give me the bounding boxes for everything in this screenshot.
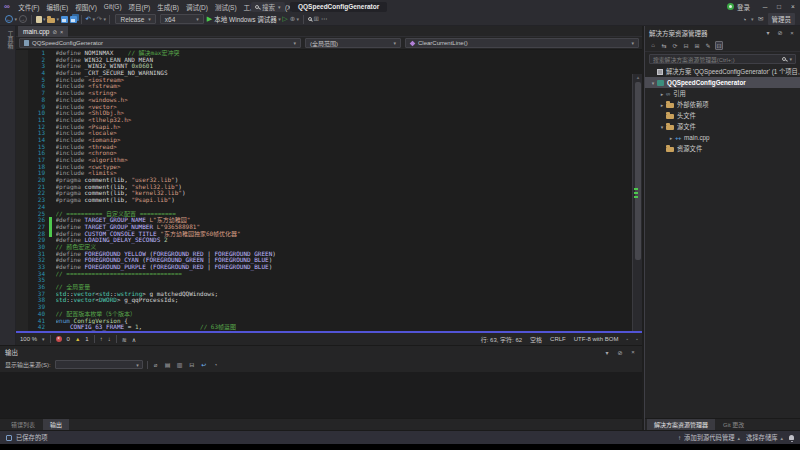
refresh-icon[interactable]: ⟳: [671, 41, 679, 50]
collapse-all-icon[interactable]: ⊟: [682, 41, 690, 50]
next-issue-icon[interactable]: ↓: [108, 336, 111, 342]
line-ending[interactable]: CRLF: [550, 336, 566, 342]
warning-icon[interactable]: ▲: [75, 336, 80, 342]
project-dropdown[interactable]: QQSpeedConfigGenerator ▾: [19, 38, 301, 48]
tree-item-folder[interactable]: 资源文件: [645, 143, 800, 154]
tree-item-folder[interactable]: ▾源文件: [645, 121, 800, 132]
pin-icon[interactable]: ⊘: [776, 28, 784, 37]
menu-item[interactable]: 调试(D): [182, 2, 211, 12]
window-layout-icon[interactable]: ⊞: [314, 14, 319, 24]
goto-message-icon[interactable]: ▥: [176, 360, 184, 369]
editor-scrollbar[interactable]: ▴ ▾: [632, 74, 642, 331]
word-wrap-icon[interactable]: ↩: [200, 360, 208, 369]
close-tab-icon[interactable]: ×: [60, 29, 63, 35]
scroll-up-icon[interactable]: ▴: [633, 74, 642, 80]
scrollbar-thumb[interactable]: [635, 82, 641, 260]
menu-item[interactable]: 测试(S): [211, 2, 240, 12]
properties-icon[interactable]: ✎: [704, 41, 712, 50]
output-content[interactable]: [0, 372, 642, 419]
code-editor[interactable]: 1#define NOMINMAX // 解决max宏冲突2#define WI…: [16, 50, 642, 331]
notifications-bell-icon[interactable]: [789, 435, 794, 440]
solution-configuration-dropdown[interactable]: Release ▾: [115, 14, 155, 24]
bottom-panel-tab[interactable]: 错误列表: [4, 419, 42, 430]
attach-to-process-icon[interactable]: ⊕: [290, 14, 295, 24]
zoom-dropdown[interactable]: 100 %: [20, 336, 37, 342]
tree-item-cpp[interactable]: ▸++main.cpp: [645, 132, 800, 143]
tree-item-references[interactable]: ▸∞引用: [645, 88, 800, 99]
status-extra-icon[interactable]: ▪: [626, 336, 628, 342]
start-debugging-icon[interactable]: ▶: [207, 14, 212, 24]
messages-icon[interactable]: ▤: [164, 360, 172, 369]
new-file-icon[interactable]: [36, 14, 42, 24]
chevron-right-icon[interactable]: ▸: [658, 102, 666, 108]
minimize-button[interactable]: ─: [758, 0, 772, 13]
collapse-icon[interactable]: ⊟: [188, 360, 196, 369]
show-all-files-icon[interactable]: ⊞: [693, 41, 701, 50]
close-icon[interactable]: ×: [629, 348, 637, 357]
right-panel-tab[interactable]: 解决方案资源管理器: [647, 419, 715, 430]
pin-icon[interactable]: ⊘: [52, 29, 57, 35]
bottom-panel-tab[interactable]: 输出: [43, 419, 69, 430]
error-count[interactable]: 0: [67, 336, 70, 342]
document-tab-main-cpp[interactable]: main.cpp ⊘ ×: [18, 26, 68, 37]
pin-icon[interactable]: ⊘: [616, 348, 624, 357]
chevron-right-icon[interactable]: ▸: [658, 91, 666, 97]
start-without-debugging-icon[interactable]: ▷: [282, 14, 287, 24]
scope-dropdown[interactable]: (全局范围) ▾: [305, 38, 401, 48]
debug-target-label[interactable]: 本地 Windows 调试器: [214, 14, 276, 24]
repository-picker-button[interactable]: 选择存储库 ▴: [746, 433, 783, 442]
add-to-source-control-button[interactable]: ↑ 添加到源代码管理 ▴: [678, 433, 740, 442]
solution-explorer-search[interactable]: 搜索解决方案资源管理器(Ctrl+;) ▾: [649, 54, 796, 64]
collapse-indicator-icon[interactable]: ∧: [132, 336, 136, 343]
open-file-dropdown-icon[interactable]: ▾: [57, 14, 60, 24]
encoding[interactable]: UTF-8 with BOM: [574, 336, 619, 342]
navigate-back-icon[interactable]: ←: [5, 15, 13, 23]
status-extra-icon[interactable]: ▪: [636, 336, 638, 342]
debug-target-dropdown-icon[interactable]: ▾: [278, 14, 281, 24]
tree-item-folder[interactable]: ▸外部依赖项: [645, 99, 800, 110]
home-icon[interactable]: ⌂: [649, 41, 657, 50]
navigate-forward-icon[interactable]: →: [19, 15, 27, 23]
toolbox-vertical-tab[interactable]: 工具箱: [0, 31, 15, 49]
member-dropdown[interactable]: ClearCurrentLine() ▾: [405, 38, 639, 48]
find-in-files-icon[interactable]: [308, 14, 312, 24]
sign-in-button[interactable]: 登录: [727, 2, 750, 12]
save-icon[interactable]: [61, 14, 68, 24]
back-dropdown-icon[interactable]: ▾: [15, 14, 18, 24]
menu-item[interactable]: 视图(V): [72, 2, 101, 12]
toolbar-overflow-icon[interactable]: ⋯: [321, 14, 328, 24]
chevron-down-icon[interactable]: ▾: [649, 80, 657, 86]
redo-icon[interactable]: ↷: [97, 14, 102, 24]
menu-item[interactable]: 编辑(E): [43, 2, 72, 12]
undo-dropdown-icon[interactable]: ▾: [93, 14, 96, 24]
warning-count[interactable]: 1: [85, 336, 88, 342]
code-cleanup-icon[interactable]: ≋: [122, 336, 127, 343]
maximize-button[interactable]: □: [772, 0, 786, 13]
window-menu-icon[interactable]: ▾: [603, 348, 611, 357]
attach-dropdown-icon[interactable]: ▾: [297, 14, 300, 24]
clear-all-icon[interactable]: ⌀: [152, 360, 160, 369]
prev-issue-icon[interactable]: ↑: [100, 336, 103, 342]
solution-platform-dropdown[interactable]: x64 ▾: [160, 14, 204, 24]
new-file-dropdown-icon[interactable]: ▾: [43, 14, 46, 24]
live-share-icon[interactable]: ◔: [743, 14, 747, 24]
menu-item[interactable]: 项目(P): [125, 2, 154, 12]
close-button[interactable]: ×: [786, 0, 800, 13]
save-all-icon[interactable]: [70, 14, 77, 24]
caret-position[interactable]: 行: 63, 字符: 62: [481, 335, 522, 344]
preview-selected-items-icon[interactable]: ⊡: [715, 41, 723, 50]
tree-item-solution[interactable]: 解决方案 'QQSpeedConfigGenerator' (1 个项目, 共: [645, 66, 800, 77]
tree-item-folder[interactable]: 头文件: [645, 110, 800, 121]
menu-item[interactable]: 文件(F): [15, 2, 43, 12]
autoscroll-icon[interactable]: ◔: [212, 360, 220, 369]
live-share-dropdown-icon[interactable]: ▾: [751, 14, 754, 24]
output-source-dropdown[interactable]: ▾: [55, 360, 143, 369]
search-box[interactable]: 搜索 ▾: [251, 2, 285, 12]
undo-icon[interactable]: ↶: [86, 14, 91, 24]
chevron-right-icon[interactable]: ▸: [667, 135, 675, 141]
menu-item[interactable]: 生成(B): [154, 2, 183, 12]
close-icon[interactable]: ×: [788, 28, 796, 37]
right-panel-tab[interactable]: Git 更改: [716, 419, 751, 430]
chevron-down-icon[interactable]: ▾: [658, 124, 666, 130]
error-icon[interactable]: ×: [56, 336, 62, 342]
